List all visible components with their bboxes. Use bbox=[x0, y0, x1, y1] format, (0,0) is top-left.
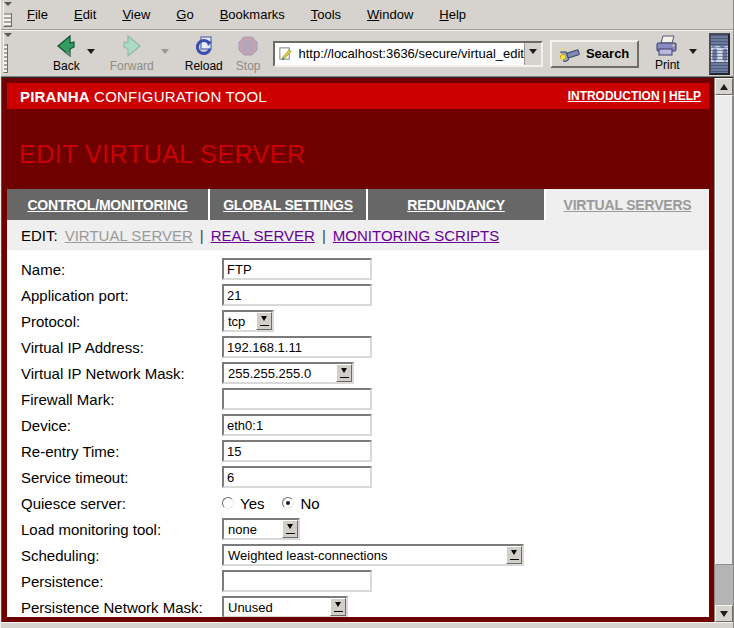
menu-edit[interactable]: Edit bbox=[74, 7, 96, 22]
introduction-link[interactable]: INTRODUCTION bbox=[568, 89, 660, 103]
form-row: Load monitoring tool: none bbox=[21, 516, 709, 542]
menu-bar: File Edit View Go Bookmarks Tools Window… bbox=[1, 0, 733, 30]
header-links: INTRODUCTION|HELP bbox=[568, 89, 701, 103]
persistence-netmask-label: Persistence Network Mask: bbox=[21, 599, 222, 616]
quiesce-yes-radio[interactable] bbox=[222, 497, 234, 509]
help-link[interactable]: HELP bbox=[669, 89, 701, 103]
vertical-scrollbar[interactable] bbox=[714, 78, 733, 622]
application-port-input[interactable] bbox=[222, 284, 372, 306]
print-button[interactable]: Print bbox=[651, 33, 683, 75]
dropdown-arrow-icon bbox=[336, 364, 352, 382]
protocol-select[interactable]: tcp bbox=[222, 310, 274, 332]
quiesce-yes-label: Yes bbox=[240, 495, 264, 512]
subnav-monitoring-scripts-link[interactable]: MONITORING SCRIPTS bbox=[333, 227, 499, 244]
load-monitoring-label: Load monitoring tool: bbox=[21, 521, 222, 538]
reentry-time-input[interactable] bbox=[222, 440, 372, 462]
dropdown-arrow-icon bbox=[256, 312, 272, 330]
print-dropdown[interactable] bbox=[689, 49, 697, 58]
url-input[interactable]: http://localhost:3636/secure/virtual_edi… bbox=[295, 46, 523, 61]
reload-icon bbox=[192, 34, 216, 58]
back-history-dropdown[interactable] bbox=[87, 49, 95, 58]
mozilla-logo-button[interactable]: m bbox=[709, 33, 730, 75]
service-timeout-input[interactable] bbox=[222, 466, 372, 488]
scrollbar-thumb[interactable] bbox=[715, 95, 733, 565]
virtual-ip-input[interactable] bbox=[222, 336, 372, 358]
scheduling-label: Scheduling: bbox=[21, 547, 222, 564]
menu-view[interactable]: View bbox=[122, 7, 150, 22]
dropdown-arrow-icon bbox=[282, 520, 298, 538]
down-arrow-icon bbox=[720, 611, 728, 621]
window-bottom-edge bbox=[1, 622, 733, 628]
firewall-mark-input[interactable] bbox=[222, 388, 372, 410]
content-box: CONTROL/MONITORING GLOBAL SETTINGS REDUN… bbox=[7, 189, 709, 617]
search-button[interactable]: Search bbox=[550, 40, 639, 68]
menu-help[interactable]: Help bbox=[439, 7, 466, 22]
service-timeout-label: Service timeout: bbox=[21, 469, 222, 486]
piranha-page: PIRANHA CONFIGURATION TOOL INTRODUCTION|… bbox=[2, 78, 714, 622]
persistence-netmask-select[interactable]: Unused bbox=[222, 596, 348, 617]
load-monitoring-select[interactable]: none bbox=[222, 518, 300, 540]
mozilla-m-icon: m bbox=[709, 37, 730, 67]
form-row: Firewall Mark: bbox=[21, 386, 709, 412]
page-bookmark-icon[interactable] bbox=[278, 46, 293, 61]
vip-netmask-select[interactable]: 255.255.255.0 bbox=[222, 362, 354, 384]
piranha-header-bar: PIRANHA CONFIGURATION TOOL INTRODUCTION|… bbox=[7, 83, 709, 109]
title-zone: EDIT VIRTUAL SERVER bbox=[7, 109, 709, 189]
tab-global-settings[interactable]: GLOBAL SETTINGS bbox=[210, 189, 366, 220]
reload-button[interactable]: Reload bbox=[182, 33, 226, 75]
name-input[interactable] bbox=[222, 258, 372, 280]
form-row: Name: bbox=[21, 256, 709, 282]
back-icon bbox=[54, 34, 78, 58]
url-bar[interactable]: http://localhost:3636/secure/virtual_edi… bbox=[273, 41, 542, 67]
scheduling-select[interactable]: Weighted least-connections bbox=[222, 544, 524, 566]
scrollbar-track[interactable] bbox=[715, 95, 733, 605]
device-input[interactable] bbox=[222, 414, 372, 436]
scroll-down-button[interactable] bbox=[715, 605, 733, 622]
menu-bookmarks[interactable]: Bookmarks bbox=[220, 7, 285, 22]
page-title: EDIT VIRTUAL SERVER bbox=[19, 140, 305, 169]
tab-redundancy[interactable]: REDUNDANCY bbox=[368, 189, 544, 220]
form-row: Service timeout: bbox=[21, 464, 709, 490]
virtual-ip-label: Virtual IP Address: bbox=[21, 339, 222, 356]
persistence-label: Persistence: bbox=[21, 573, 222, 590]
menu-file[interactable]: File bbox=[27, 7, 48, 22]
menu-go[interactable]: Go bbox=[176, 7, 193, 22]
edit-subnav: EDIT: VIRTUAL SERVER | REAL SERVER | MON… bbox=[7, 220, 709, 250]
forward-icon bbox=[120, 34, 144, 58]
browser-window: File Edit View Go Bookmarks Tools Window… bbox=[0, 0, 734, 628]
stop-button[interactable]: Stop bbox=[233, 33, 264, 75]
form-row: Persistence Network Mask: Unused bbox=[21, 594, 709, 617]
back-button[interactable]: Back bbox=[50, 33, 83, 75]
print-icon bbox=[654, 35, 680, 57]
forward-history-dropdown[interactable] bbox=[161, 49, 169, 58]
menu-window[interactable]: Window bbox=[367, 7, 413, 22]
reentry-time-label: Re-entry Time: bbox=[21, 443, 222, 460]
dropdown-arrow-icon bbox=[330, 598, 346, 616]
form-row: Virtual IP Address: bbox=[21, 334, 709, 360]
form-row: Protocol: tcp bbox=[21, 308, 709, 334]
subnav-real-server-link[interactable]: REAL SERVER bbox=[211, 227, 315, 244]
menubar-grip-handle[interactable] bbox=[3, 2, 12, 27]
form-row: Application port: bbox=[21, 282, 709, 308]
tab-control-monitoring[interactable]: CONTROL/MONITORING bbox=[7, 189, 208, 220]
tab-virtual-servers[interactable]: VIRTUAL SERVERS bbox=[546, 189, 709, 220]
form-row: Scheduling: Weighted least-connections bbox=[21, 542, 709, 568]
url-dropdown-button[interactable] bbox=[524, 43, 541, 65]
name-label: Name: bbox=[21, 261, 222, 278]
toolbar-grip-handle[interactable] bbox=[3, 33, 8, 73]
form-row: Device: bbox=[21, 412, 709, 438]
navigation-toolbar: Back Forward Reload Stop http: bbox=[1, 30, 733, 77]
tab-bar: CONTROL/MONITORING GLOBAL SETTINGS REDUN… bbox=[7, 189, 709, 220]
subnav-separator: | bbox=[322, 227, 326, 244]
forward-button[interactable]: Forward bbox=[107, 33, 157, 75]
subnav-virtual-server-link[interactable]: VIRTUAL SERVER bbox=[65, 227, 193, 244]
scroll-up-button[interactable] bbox=[715, 78, 733, 95]
persistence-input[interactable] bbox=[222, 570, 372, 592]
dropdown-arrow-icon bbox=[506, 546, 522, 564]
quiesce-no-radio[interactable] bbox=[282, 497, 294, 509]
protocol-label: Protocol: bbox=[21, 313, 222, 330]
app-title: PIRANHA CONFIGURATION TOOL bbox=[20, 88, 267, 105]
stop-icon bbox=[236, 34, 260, 58]
search-flashlight-icon bbox=[560, 46, 582, 62]
menu-tools[interactable]: Tools bbox=[311, 7, 341, 22]
